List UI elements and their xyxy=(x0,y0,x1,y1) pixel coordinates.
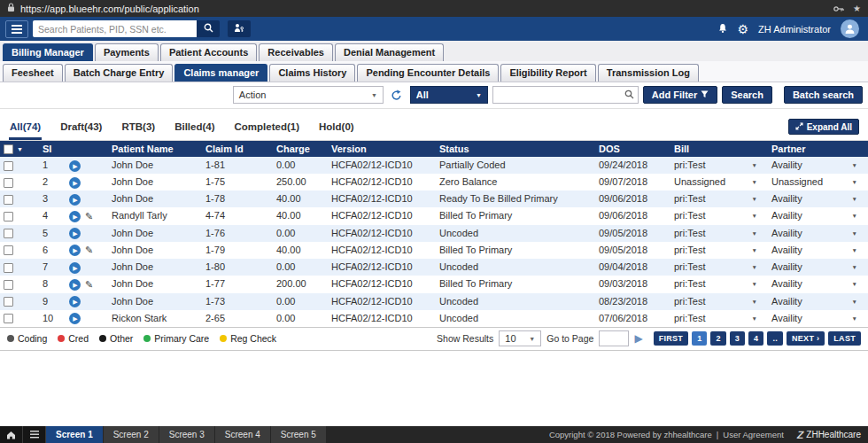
subtab-transmission-log[interactable]: Transmission Log xyxy=(598,64,699,82)
partner-select[interactable]: Availity▼ xyxy=(771,312,864,325)
goto-page-input[interactable] xyxy=(599,330,629,346)
tab-patient-accounts[interactable]: Patient Accounts xyxy=(160,43,257,61)
tab-receivables[interactable]: Receivables xyxy=(259,43,333,61)
row-checkbox[interactable] xyxy=(4,212,13,222)
partner-select[interactable]: Availity▼ xyxy=(771,209,864,222)
status-tab-draft-43[interactable]: Draft(43) xyxy=(59,116,103,140)
edit-claim-icon[interactable]: ✎ xyxy=(85,245,93,255)
expand-claim-icon[interactable]: ▶ xyxy=(69,245,81,256)
bill-select[interactable]: pri:Test▼ xyxy=(674,209,764,222)
footer-screen-3[interactable]: Screen 3 xyxy=(159,426,215,443)
expand-claim-icon[interactable]: ▶ xyxy=(69,296,81,307)
search-icon[interactable] xyxy=(624,89,634,101)
bill-select[interactable]: pri:Test▼ xyxy=(674,159,764,172)
status-tab-billed-4[interactable]: Billed(4) xyxy=(174,116,215,140)
add-filter-button[interactable]: Add Filter xyxy=(643,86,717,104)
row-checkbox[interactable] xyxy=(4,245,13,255)
row-checkbox[interactable] xyxy=(4,178,13,188)
bill-select[interactable]: pri:Test▼ xyxy=(674,227,764,240)
partner-select[interactable]: Availity▼ xyxy=(771,244,864,257)
edit-claim-icon[interactable]: ✎ xyxy=(85,279,93,290)
partner-select[interactable]: Availity▼ xyxy=(771,227,864,240)
partner-select[interactable]: Availity▼ xyxy=(771,277,864,291)
action-select[interactable]: Action ▼ xyxy=(233,86,384,104)
footer-screen-1[interactable]: Screen 1 xyxy=(46,426,104,443)
bill-select[interactable]: pri:Test▼ xyxy=(674,192,764,206)
user-access-button[interactable] xyxy=(228,20,251,37)
tab-billing-manager[interactable]: Billing Manager xyxy=(3,43,93,61)
row-checkbox[interactable] xyxy=(4,161,13,171)
status-tab-hold-0[interactable]: Hold(0) xyxy=(318,116,355,140)
bill-select[interactable]: pri:Test▼ xyxy=(674,244,764,257)
expand-claim-icon[interactable]: ▶ xyxy=(69,279,81,291)
expand-claim-icon[interactable]: ▶ xyxy=(69,313,81,324)
refresh-icon[interactable] xyxy=(388,86,406,104)
page-button-3[interactable]: 3 xyxy=(730,331,745,346)
bulk-action-caret-icon[interactable]: ▼ xyxy=(17,146,23,152)
edit-claim-icon[interactable]: ✎ xyxy=(85,211,93,222)
footer-screen-5[interactable]: Screen 5 xyxy=(271,426,327,443)
select-all-checkbox[interactable] xyxy=(4,144,13,154)
expand-claim-icon[interactable]: ▶ xyxy=(69,262,81,274)
expand-claim-icon[interactable]: ▶ xyxy=(69,211,81,222)
tab-denial-management[interactable]: Denial Management xyxy=(335,43,444,61)
subtab-eligibility-report[interactable]: Eligibility Report xyxy=(500,64,595,82)
row-checkbox[interactable] xyxy=(4,229,13,238)
bill-select[interactable]: pri:Test▼ xyxy=(674,260,764,274)
expand-claim-icon[interactable]: ▶ xyxy=(69,177,81,189)
status-tab-completed-1[interactable]: Completed(1) xyxy=(234,116,300,140)
avatar[interactable] xyxy=(841,19,859,38)
expand-claim-icon[interactable]: ▶ xyxy=(69,160,81,172)
row-checkbox[interactable] xyxy=(4,280,13,290)
page-button-1[interactable]: 1 xyxy=(692,331,707,346)
filter-scope-select[interactable]: All ▼ xyxy=(410,86,488,104)
notifications-bell-icon[interactable] xyxy=(717,23,728,35)
page-button-last[interactable]: LAST xyxy=(828,331,861,346)
bill-select[interactable]: pri:Test▼ xyxy=(674,312,764,325)
partner-select[interactable]: Availity▼ xyxy=(771,260,864,274)
bill-select[interactable]: pri:Test▼ xyxy=(674,277,764,291)
row-checkbox[interactable] xyxy=(4,314,13,323)
subtab-claims-manager[interactable]: Claims manager xyxy=(174,64,267,82)
search-button[interactable]: Search xyxy=(722,86,772,104)
partner-select[interactable]: Availity▼ xyxy=(771,159,864,172)
row-checkbox[interactable] xyxy=(4,263,13,273)
row-checkbox[interactable] xyxy=(4,297,13,307)
page-button-more[interactable]: .. xyxy=(767,331,783,346)
partner-select[interactable]: Availity▼ xyxy=(771,192,864,206)
subtab-pending-encounter-details[interactable]: Pending Encounter Details xyxy=(357,64,499,82)
key-icon[interactable] xyxy=(833,4,844,14)
page-button-2[interactable]: 2 xyxy=(710,331,725,346)
claims-search-input[interactable] xyxy=(497,89,624,100)
expand-claim-icon[interactable]: ▶ xyxy=(69,228,81,239)
subtab-feesheet[interactable]: Feesheet xyxy=(3,64,63,82)
expand-all-button[interactable]: Expand All xyxy=(788,119,859,135)
menu-button[interactable] xyxy=(5,20,28,38)
goto-page-go-icon[interactable]: ▶ xyxy=(634,333,642,344)
browser-url[interactable]: https://app.blueehr.com/public/applicati… xyxy=(20,4,199,14)
user-name[interactable]: ZH Administrator xyxy=(758,24,831,35)
status-tab-all-74[interactable]: All(74) xyxy=(9,116,42,140)
subtab-batch-charge-entry[interactable]: Batch Charge Entry xyxy=(65,64,174,82)
bill-select[interactable]: Unassigned▼ xyxy=(674,175,764,189)
tab-payments[interactable]: Payments xyxy=(95,43,159,61)
patient-search-button[interactable] xyxy=(197,20,220,37)
status-tab-rtb-3[interactable]: RTB(3) xyxy=(120,116,156,140)
user-agreement-link[interactable]: User Agreement xyxy=(723,430,784,439)
patient-search-input[interactable] xyxy=(33,20,197,37)
batch-search-button[interactable]: Batch search xyxy=(784,86,863,104)
expand-claim-icon[interactable]: ▶ xyxy=(69,194,81,206)
screens-menu-icon[interactable] xyxy=(23,426,46,443)
subtab-claims-history[interactable]: Claims History xyxy=(269,64,355,82)
row-checkbox[interactable] xyxy=(4,195,13,205)
bookmark-star-icon[interactable]: ★ xyxy=(853,4,861,13)
footer-screen-2[interactable]: Screen 2 xyxy=(104,426,159,443)
footer-screen-4[interactable]: Screen 4 xyxy=(215,426,271,443)
settings-gear-icon[interactable]: ⚙ xyxy=(738,23,749,35)
show-results-select[interactable]: 10 ▼ xyxy=(499,330,541,346)
partner-select[interactable]: Unassigned▼ xyxy=(771,175,864,189)
page-button-4[interactable]: 4 xyxy=(748,331,763,346)
partner-select[interactable]: Availity▼ xyxy=(771,295,864,308)
page-button-first[interactable]: FIRST xyxy=(654,331,689,346)
page-button-next[interactable]: NEXT › xyxy=(787,331,825,346)
